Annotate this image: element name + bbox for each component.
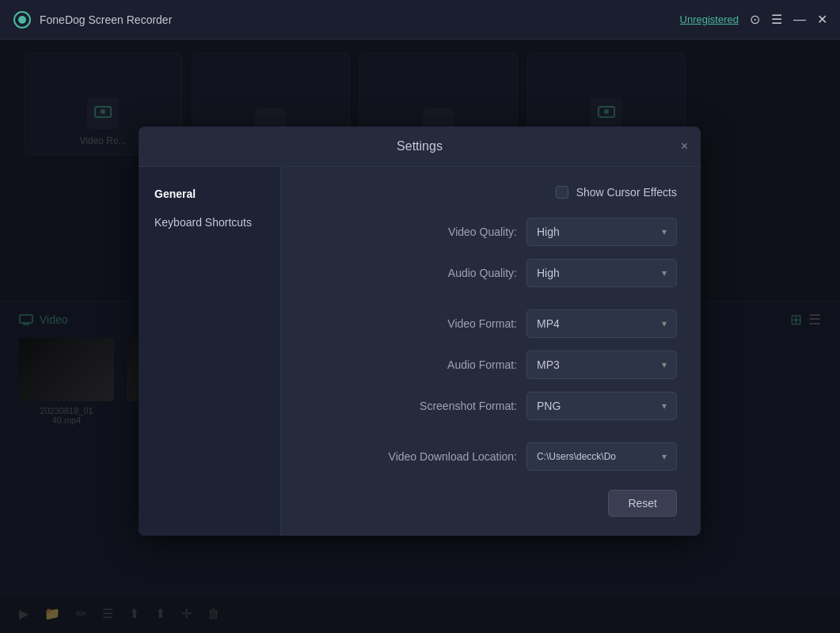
cursor-effects-row: Show Cursor Effects [305, 186, 677, 199]
video-quality-select[interactable]: High ▾ [526, 218, 677, 246]
minimize-icon[interactable]: — [793, 13, 806, 27]
audio-format-value: MP3 [537, 358, 560, 371]
main-area: Video Re... n Capture [0, 40, 840, 633]
dialog-close-button[interactable]: × [681, 140, 688, 153]
titlebar-left: FoneDog Screen Recorder [13, 10, 172, 29]
download-location-chevron-icon: ▾ [662, 451, 667, 462]
download-location-label: Video Download Location: [389, 450, 517, 463]
audio-format-chevron-icon: ▾ [662, 359, 667, 370]
titlebar-right: Unregistered ⊙ ☰ — ✕ [680, 12, 827, 27]
dialog-content: Show Cursor Effects Video Quality: High … [281, 167, 701, 536]
audio-format-label: Audio Format: [406, 358, 517, 371]
svg-point-1 [18, 16, 26, 24]
titlebar: FoneDog Screen Recorder Unregistered ⊙ ☰… [0, 0, 840, 40]
app-title: FoneDog Screen Recorder [40, 13, 172, 26]
screenshot-format-chevron-icon: ▾ [662, 400, 667, 411]
menu-icon[interactable]: ☰ [771, 12, 782, 27]
dialog-sidebar: General Keyboard Shortcuts [139, 167, 281, 536]
audio-format-select[interactable]: MP3 ▾ [526, 351, 677, 379]
video-quality-label: Video Quality: [406, 226, 517, 238]
dialog-body: General Keyboard Shortcuts Show Cursor E… [139, 167, 701, 536]
screenshot-format-label: Screenshot Format: [406, 400, 517, 412]
unregistered-link[interactable]: Unregistered [680, 13, 739, 25]
audio-quality-chevron-icon: ▾ [662, 267, 667, 279]
app-logo-icon [13, 10, 32, 29]
audio-format-row: Audio Format: MP3 ▾ [305, 351, 677, 379]
audio-quality-label: Audio Quality: [406, 267, 517, 279]
video-format-chevron-icon: ▾ [662, 318, 667, 329]
target-icon[interactable]: ⊙ [750, 12, 760, 27]
dialog-title: Settings [397, 139, 443, 154]
video-format-value: MP4 [537, 317, 560, 330]
close-icon[interactable]: ✕ [817, 12, 827, 27]
screenshot-format-select[interactable]: PNG ▾ [526, 392, 677, 420]
video-quality-chevron-icon: ▾ [662, 226, 667, 237]
video-format-label: Video Format: [406, 317, 517, 330]
audio-quality-row: Audio Quality: High ▾ [305, 259, 677, 287]
download-location-select[interactable]: C:\Users\decck\Do ▾ [526, 442, 677, 471]
sidebar-item-general[interactable]: General [139, 180, 280, 208]
settings-dialog: Settings × General Keyboard Shortcuts Sh… [139, 127, 701, 536]
screenshot-format-row: Screenshot Format: PNG ▾ [305, 392, 677, 420]
video-format-row: Video Format: MP4 ▾ [305, 309, 677, 338]
show-cursor-effects-checkbox[interactable] [556, 186, 568, 199]
cursor-effects-label: Show Cursor Effects [576, 186, 677, 199]
dialog-header: Settings × [139, 127, 701, 167]
screenshot-format-value: PNG [537, 400, 561, 412]
video-quality-value: High [537, 226, 560, 238]
reset-row: Reset [305, 490, 677, 517]
video-quality-row: Video Quality: High ▾ [305, 218, 677, 246]
audio-quality-select[interactable]: High ▾ [526, 259, 677, 287]
reset-button[interactable]: Reset [608, 490, 677, 517]
download-location-value: C:\Users\decck\Do [537, 451, 616, 462]
video-format-select[interactable]: MP4 ▾ [526, 309, 677, 338]
download-location-row: Video Download Location: C:\Users\decck\… [305, 442, 677, 471]
audio-quality-value: High [537, 267, 560, 279]
sidebar-item-keyboard[interactable]: Keyboard Shortcuts [139, 208, 280, 237]
